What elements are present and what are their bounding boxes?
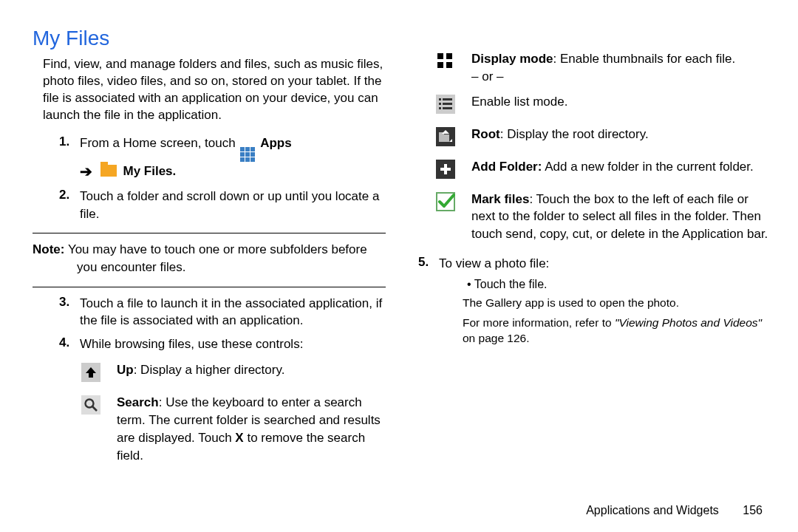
svg-rect-13 (439, 107, 441, 109)
step-body: Touch a folder and scroll down or up unt… (80, 188, 386, 222)
svg-rect-1 (81, 395, 100, 415)
addfolder-bold: Add Folder: (471, 160, 542, 174)
footer-section: Applications and Widgets (586, 504, 719, 516)
divider (33, 287, 386, 287)
svg-rect-7 (446, 62, 452, 68)
section-title: My Files (33, 27, 386, 50)
search-icon (80, 394, 102, 415)
note-lead: Note: (33, 242, 64, 256)
display-text: : Enable thumbnails for each file. (553, 52, 736, 66)
add-folder-icon (434, 158, 457, 179)
search-x: X (235, 431, 243, 445)
page-number: 156 (743, 504, 763, 517)
step-body: While browsing files, use these controls… (80, 335, 386, 352)
svg-rect-6 (437, 62, 443, 68)
svg-rect-12 (443, 103, 452, 105)
display-bold: Display mode (471, 52, 553, 66)
page: My Files Find, view, and manage folders … (0, 0, 798, 532)
control-mark-files: Mark files: Touch the box to the left of… (434, 191, 768, 243)
control-display-thumb: Display mode: Enable thumbnails for each… (434, 50, 768, 86)
myfiles-label: My Files (123, 164, 172, 178)
step-body: To view a photo file: (439, 255, 768, 272)
svg-rect-10 (443, 98, 452, 100)
svg-rect-5 (446, 53, 452, 59)
step-1: 1. From a Home screen, touch Apps ➔ My F… (59, 134, 386, 183)
apps-label: Apps (260, 136, 292, 150)
moreinfo: For more information, refer to "Viewing … (463, 316, 768, 347)
steps-1-2: 1. From a Home screen, touch Apps ➔ My F… (59, 134, 386, 223)
step-number: 2. (59, 188, 80, 202)
svg-rect-16 (439, 134, 449, 142)
up-icon (80, 361, 102, 382)
folder-icon (100, 165, 117, 177)
moreinfo-b: on page 126. (463, 332, 530, 344)
control-desc: Search: Use the keyboard to enter a sear… (117, 394, 386, 464)
search-bold: Search (117, 395, 159, 409)
step-number: 3. (59, 295, 80, 310)
grid-icon (434, 50, 457, 71)
arrow-icon: ➔ (80, 163, 92, 180)
up-text: : Display a higher directory. (134, 363, 285, 377)
step-number: 1. (59, 134, 80, 149)
mark-bold: Mark files (471, 192, 529, 206)
bullet-touch-file: • Touch the file. (467, 278, 768, 291)
step-3: 3. Touch a file to launch it in the asso… (59, 295, 386, 330)
svg-rect-11 (439, 103, 441, 105)
control-desc: Display mode: Enable thumbnails for each… (471, 50, 768, 86)
check-icon (434, 191, 457, 211)
moreinfo-a: For more information, refer to (463, 316, 615, 329)
control-root: Root: Display the root directory. (434, 126, 768, 146)
step-body: From a Home screen, touch Apps ➔ My File… (80, 134, 386, 183)
apps-icon (240, 137, 255, 162)
intro-paragraph: Find, view, and manage folders and files… (43, 56, 386, 124)
control-search: Search: Use the keyboard to enter a sear… (80, 394, 386, 464)
moreinfo-link: "Viewing Photos and Videos" (615, 316, 762, 329)
root-bold: Root (471, 127, 500, 141)
step-number: 5. (418, 255, 439, 270)
control-desc: Root: Display the root directory. (471, 126, 768, 143)
control-up: Up: Display a higher directory. (80, 361, 386, 382)
right-column: Display mode: Enable thumbnails for each… (415, 27, 768, 476)
footer: Applications and Widgets 156 (586, 504, 763, 517)
divider (33, 233, 386, 233)
control-desc: Up: Display a higher directory. (117, 361, 386, 379)
root-icon (434, 126, 457, 146)
addfolder-text: Add a new folder in the current folder. (542, 160, 753, 174)
control-desc: Add Folder: Add a new folder in the curr… (471, 158, 768, 176)
or-text: – or – (471, 68, 768, 86)
note: Note: You may have to touch one or more … (33, 241, 386, 276)
step-4: 4. While browsing files, use these contr… (59, 335, 386, 352)
note-text2: you encounter files. (77, 259, 386, 276)
gallery-note: The Gallery app is used to open the phot… (463, 296, 768, 311)
svg-rect-4 (437, 53, 443, 59)
control-desc: Mark files: Touch the box to the left of… (471, 191, 768, 243)
left-column: My Files Find, view, and manage folders … (33, 27, 386, 476)
steps-3-4: 3. Touch a file to launch it in the asso… (59, 295, 386, 352)
note-text: You may have to touch one or more subfol… (68, 242, 367, 256)
control-desc: Enable list mode. (471, 93, 768, 111)
step-5: 5. To view a photo file: (418, 255, 768, 272)
step-2: 2. Touch a folder and scroll down or up … (59, 188, 386, 222)
up-bold: Up (117, 363, 134, 377)
step-number: 4. (59, 335, 80, 350)
control-display-list: Enable list mode. (434, 93, 768, 114)
columns: My Files Find, view, and manage folders … (33, 27, 768, 476)
control-add-folder: Add Folder: Add a new folder in the curr… (434, 158, 768, 179)
list-icon (434, 93, 457, 114)
svg-rect-22 (440, 168, 451, 171)
svg-rect-9 (439, 98, 441, 100)
svg-rect-14 (443, 107, 452, 109)
root-text: : Display the root directory. (500, 127, 649, 141)
step1-text-a: From a Home screen, touch (80, 136, 239, 150)
step-body: Touch a file to launch it in the associa… (80, 295, 386, 330)
